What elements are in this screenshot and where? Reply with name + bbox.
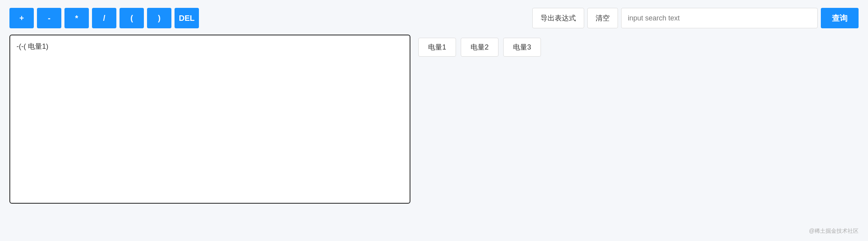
- close-paren-button[interactable]: ): [147, 8, 171, 28]
- tags-row: 电量1 电量2 电量3: [418, 38, 541, 57]
- search-input[interactable]: [621, 8, 818, 28]
- content-row: -(-( 电量1) 电量1 电量2 电量3: [9, 35, 859, 204]
- del-button[interactable]: DEL: [175, 8, 199, 28]
- export-button[interactable]: 导出表达式: [532, 8, 584, 28]
- tag-button-3[interactable]: 电量3: [503, 38, 541, 57]
- clear-button[interactable]: 清空: [587, 8, 618, 28]
- divide-button[interactable]: /: [92, 8, 116, 28]
- footer-text: @稀土掘金技术社区: [809, 228, 859, 235]
- tags-panel: 电量1 电量2 电量3: [418, 35, 541, 60]
- toolbar-row: + - * / ( ) DEL 导出表达式 清空 查询: [9, 8, 859, 28]
- open-paren-button[interactable]: (: [120, 8, 144, 28]
- minus-button[interactable]: -: [37, 8, 61, 28]
- expression-area: -(-( 电量1): [9, 35, 410, 204]
- operator-buttons: + - * / ( ) DEL: [9, 8, 199, 28]
- main-container: + - * / ( ) DEL 导出表达式 清空 查询 -(-( 电量1) 电量…: [0, 0, 868, 212]
- query-button[interactable]: 查询: [821, 8, 859, 28]
- multiply-button[interactable]: *: [64, 8, 89, 28]
- plus-button[interactable]: +: [9, 8, 34, 28]
- tag-button-1[interactable]: 电量1: [418, 38, 456, 57]
- expression-text: -(-( 电量1): [17, 42, 48, 50]
- tag-button-2[interactable]: 电量2: [461, 38, 498, 57]
